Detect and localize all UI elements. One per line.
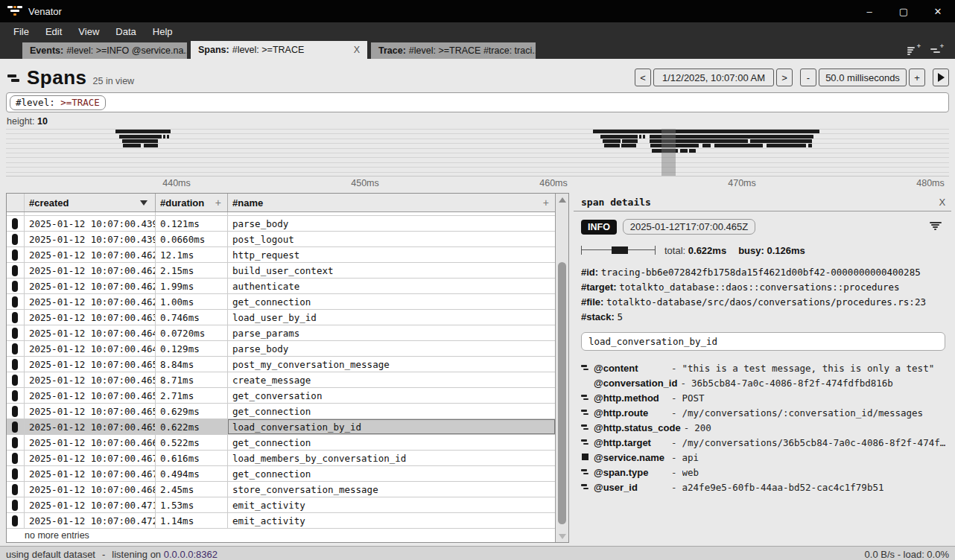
attribute-row[interactable]: @http.route-/my/conversations/:conversat… bbox=[581, 405, 945, 420]
close-button[interactable]: ✕ bbox=[921, 0, 955, 22]
span-bar[interactable] bbox=[750, 139, 811, 143]
span-bar[interactable] bbox=[714, 144, 763, 147]
span-bar[interactable] bbox=[163, 135, 165, 139]
scroll-down-button[interactable] bbox=[556, 530, 568, 542]
created-cell[interactable]: 2025-01-12 10:07:00.465 bbox=[25, 388, 156, 403]
duration-column-header[interactable]: #duration+ bbox=[156, 194, 228, 211]
created-cell[interactable]: 2025-01-12 10:07:00.462 bbox=[25, 263, 156, 278]
name-cell[interactable]: http_request bbox=[228, 247, 555, 262]
duration-cell[interactable]: 0.494ms bbox=[156, 466, 228, 481]
timeline-selection-band[interactable] bbox=[661, 129, 676, 176]
duration-cell[interactable]: 0.129ms bbox=[156, 341, 228, 356]
created-cell[interactable]: 2025-01-12 10:07:00.472 bbox=[25, 513, 156, 528]
attribute-row[interactable]: @service.name-api bbox=[581, 450, 945, 465]
name-cell[interactable]: post_logout bbox=[228, 232, 555, 246]
span-bar[interactable] bbox=[115, 130, 171, 133]
table-row[interactable]: 2025-01-12 10:07:00.4670.494msget_connec… bbox=[7, 466, 555, 482]
created-cell[interactable]: 2025-01-12 10:07:00.465 bbox=[25, 357, 156, 372]
span-bar[interactable] bbox=[600, 135, 637, 139]
span-bar[interactable] bbox=[122, 139, 158, 143]
duration-cell[interactable]: 8.71ms bbox=[156, 372, 228, 387]
play-button[interactable] bbox=[933, 69, 949, 86]
span-bar[interactable] bbox=[689, 149, 696, 153]
table-row[interactable]: 2025-01-12 10:07:00.4630.746msload_user_… bbox=[7, 310, 555, 325]
table-row[interactable]: 2025-01-12 10:07:00.4682.45msstore_conve… bbox=[7, 482, 555, 497]
duration-cell[interactable]: 0.616ms bbox=[156, 451, 228, 465]
datetime-display[interactable]: 1/12/2025, 10:07:00 AM bbox=[653, 69, 774, 86]
span-bar[interactable] bbox=[680, 149, 688, 153]
menu-view[interactable]: View bbox=[71, 24, 107, 39]
name-cell[interactable]: post_my_conversation_message bbox=[228, 357, 555, 372]
span-bar[interactable] bbox=[167, 135, 169, 139]
table-row[interactable]: 2025-01-12 10:07:00.4658.71mscreate_mess… bbox=[7, 372, 555, 388]
attribute-row[interactable]: @content-"this is a test message, this i… bbox=[581, 360, 945, 375]
name-cell[interactable]: get_conversation bbox=[228, 388, 555, 403]
created-cell[interactable]: 2025-01-12 10:07:00.439 bbox=[25, 216, 156, 231]
name-cell[interactable]: store_conversation_message bbox=[228, 482, 555, 497]
timeline-graph[interactable]: height: 10 440ms450ms460ms470ms480ms bbox=[0, 114, 955, 191]
table-row[interactable]: 2025-01-12 10:07:00.4650.629msget_connec… bbox=[7, 404, 555, 419]
time-next-button[interactable]: > bbox=[776, 69, 793, 86]
timestamp-chip[interactable]: 2025-01-12T17:07:00.465Z bbox=[623, 219, 755, 235]
menu-data[interactable]: Data bbox=[108, 24, 143, 39]
duration-cell[interactable]: 12.1ms bbox=[156, 247, 228, 262]
duration-cell[interactable]: 0.0720ms bbox=[156, 325, 228, 340]
zoom-out-button[interactable]: - bbox=[800, 69, 816, 86]
duration-cell[interactable]: 0.629ms bbox=[156, 404, 228, 419]
span-bar[interactable] bbox=[604, 144, 619, 147]
duration-cell[interactable]: 0.746ms bbox=[156, 310, 228, 325]
span-bar[interactable] bbox=[144, 144, 158, 147]
name-cell[interactable]: get_connection bbox=[228, 294, 555, 309]
name-cell[interactable]: emit_activity bbox=[228, 497, 555, 512]
maximize-button[interactable]: ▢ bbox=[886, 0, 921, 22]
duration-display[interactable]: 50.0 milliseconds bbox=[819, 69, 907, 86]
table-row[interactable]: 2025-01-12 10:07:00.4711.53msemit_activi… bbox=[7, 497, 555, 513]
timeline-chart[interactable] bbox=[6, 129, 949, 176]
created-cell[interactable]: 2025-01-12 10:07:00.464 bbox=[25, 325, 156, 340]
duration-cell[interactable]: 1.53ms bbox=[156, 497, 228, 512]
created-column-header[interactable]: #created bbox=[25, 194, 156, 211]
created-cell[interactable]: 2025-01-12 10:07:00.465 bbox=[25, 404, 156, 419]
created-cell[interactable]: 2025-01-12 10:07:00.462 bbox=[25, 247, 156, 262]
new-spans-tab-icon[interactable]: + bbox=[930, 45, 943, 55]
attribute-row[interactable]: @span.type-web bbox=[581, 465, 945, 480]
name-cell[interactable]: parse_body bbox=[228, 341, 555, 356]
span-bar[interactable] bbox=[767, 144, 806, 147]
duration-cell[interactable]: 8.84ms bbox=[156, 357, 228, 372]
table-row[interactable]: 2025-01-12 10:07:00.4640.0720msparse_par… bbox=[7, 325, 555, 341]
created-cell[interactable]: 2025-01-12 10:07:00.471 bbox=[25, 497, 156, 512]
duration-cell[interactable]: 0.0660ms bbox=[156, 232, 228, 246]
table-row[interactable]: 2025-01-12 10:07:00.4621.00msget_connect… bbox=[7, 294, 555, 310]
menu-help[interactable]: Help bbox=[145, 24, 180, 39]
created-cell[interactable]: 2025-01-12 10:07:00.463 bbox=[25, 310, 156, 325]
created-cell[interactable]: 2025-01-12 10:07:00.465 bbox=[25, 372, 156, 387]
menu-file[interactable]: File bbox=[6, 24, 37, 39]
name-cell[interactable]: load_user_by_id bbox=[228, 310, 555, 325]
span-bar[interactable] bbox=[593, 130, 819, 133]
name-cell[interactable]: get_connection bbox=[228, 404, 555, 419]
span-bar[interactable] bbox=[123, 144, 141, 147]
menu-edit[interactable]: Edit bbox=[38, 24, 69, 39]
name-cell[interactable]: parse_body bbox=[228, 216, 555, 231]
span-bar[interactable] bbox=[119, 135, 162, 139]
table-row[interactable]: 2025-01-12 10:07:00.4621.99msauthenticat… bbox=[7, 279, 555, 294]
duration-cell[interactable]: 0.522ms bbox=[156, 435, 228, 450]
tab-trace[interactable]: Trace:#level: >=TRACE #trace: traci... bbox=[371, 42, 536, 59]
new-events-tab-icon[interactable]: + bbox=[907, 45, 920, 55]
add-column-icon[interactable]: + bbox=[543, 197, 549, 209]
created-cell[interactable]: 2025-01-12 10:07:00.462 bbox=[25, 294, 156, 309]
created-cell[interactable]: 2025-01-12 10:07:00.467 bbox=[25, 451, 156, 465]
table-row[interactable]: 2025-01-12 10:07:00.4390.0660mspost_logo… bbox=[7, 232, 555, 247]
scroll-up-button[interactable] bbox=[556, 194, 568, 206]
name-cell[interactable]: load_conversation_by_id bbox=[228, 419, 555, 434]
table-row[interactable]: 2025-01-12 10:07:00.4652.71msget_convers… bbox=[7, 388, 555, 404]
filter-chip[interactable]: #level: >=TRACE bbox=[10, 95, 106, 110]
created-cell[interactable]: 2025-01-12 10:07:00.439 bbox=[25, 232, 156, 246]
name-cell[interactable]: authenticate bbox=[228, 279, 555, 293]
zoom-in-button[interactable]: + bbox=[909, 69, 925, 86]
duration-cell[interactable]: 2.45ms bbox=[156, 482, 228, 497]
table-row[interactable]: 2025-01-12 10:07:00.4390.121msparse_body bbox=[7, 216, 555, 232]
attribute-row[interactable]: @http.method-POST bbox=[581, 390, 945, 405]
attribute-row[interactable]: @conversation_id-36b5cb84-7a0c-4086-8f2f… bbox=[581, 375, 945, 390]
name-column-header[interactable]: #name+ bbox=[228, 194, 555, 211]
